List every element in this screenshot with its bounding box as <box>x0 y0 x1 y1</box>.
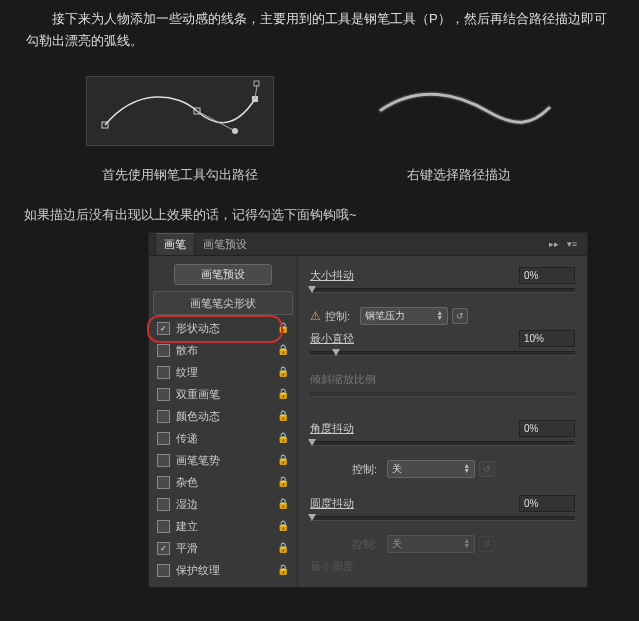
lock-icon[interactable]: 🔒 <box>277 322 289 334</box>
lock-icon[interactable]: 🔒 <box>277 366 289 378</box>
brush-option-row[interactable]: 双重画笔🔒 <box>153 383 293 405</box>
reset-icon-2: ↺ <box>479 461 495 477</box>
checkbox[interactable] <box>157 542 170 555</box>
lock-icon[interactable]: 🔒 <box>277 476 289 488</box>
control-label-1: 控制: <box>325 309 350 324</box>
option-label: 纹理 <box>176 365 277 380</box>
tilt-scale-label: 倾斜缩放比例 <box>310 372 408 387</box>
lock-icon[interactable]: 🔒 <box>277 344 289 356</box>
angle-jitter-slider[interactable] <box>310 441 575 446</box>
checkbox[interactable] <box>157 366 170 379</box>
roundness-jitter-label: 圆度抖动 <box>310 496 408 511</box>
checkbox[interactable] <box>157 476 170 489</box>
option-label: 建立 <box>176 519 277 534</box>
option-label: 颜色动态 <box>176 409 277 424</box>
min-roundness-row: 最小圆度 <box>310 557 575 575</box>
min-diameter-row: 最小直径 10% <box>310 329 575 347</box>
option-label: 杂色 <box>176 475 277 490</box>
checkbox[interactable] <box>157 498 170 511</box>
control-dropdown-2[interactable]: 关▲▼ <box>387 460 475 478</box>
brush-option-row[interactable]: 平滑🔒 <box>153 537 293 559</box>
lock-icon[interactable]: 🔒 <box>277 454 289 466</box>
option-label: 画笔笔势 <box>176 453 277 468</box>
angle-jitter-row: 角度抖动 0% <box>310 419 575 437</box>
example-left-caption: 首先使用钢笔工具勾出路径 <box>70 166 290 184</box>
roundness-jitter-slider[interactable] <box>310 516 575 521</box>
option-label: 形状动态 <box>176 321 277 336</box>
control-pen-pressure-row: ⚠ 控制: 钢笔压力▲▼ ↺ <box>310 307 575 325</box>
lock-icon[interactable]: 🔒 <box>277 520 289 532</box>
brush-preset-button[interactable]: 画笔预设 <box>174 264 272 285</box>
checkbox[interactable] <box>157 344 170 357</box>
lock-icon[interactable]: 🔒 <box>277 542 289 554</box>
examples-row: 首先使用钢笔工具勾出路径 右键选择路径描边 <box>0 60 639 188</box>
brush-option-row[interactable]: 纹理🔒 <box>153 361 293 383</box>
lock-icon[interactable]: 🔒 <box>277 388 289 400</box>
roundness-jitter-value[interactable]: 0% <box>519 495 575 512</box>
brush-options-list: 画笔预设 画笔笔尖形状 形状动态🔒散布🔒纹理🔒双重画笔🔒颜色动态🔒传递🔒画笔笔势… <box>149 256 298 587</box>
size-jitter-label: 大小抖动 <box>310 268 408 283</box>
brush-option-row[interactable]: 散布🔒 <box>153 339 293 361</box>
svg-point-4 <box>232 128 238 134</box>
brush-tip-shape-button[interactable]: 画笔笔尖形状 <box>153 291 293 315</box>
brush-option-row[interactable]: 建立🔒 <box>153 515 293 537</box>
brush-option-row[interactable]: 杂色🔒 <box>153 471 293 493</box>
angle-jitter-label: 角度抖动 <box>310 421 408 436</box>
control-label-2: 控制: <box>352 462 377 477</box>
example-pen-path: 首先使用钢笔工具勾出路径 <box>70 66 290 184</box>
checkbox[interactable] <box>157 432 170 445</box>
brush-dynamics-settings: 大小抖动 0% ⚠ 控制: 钢笔压力▲▼ ↺ 最小直径 10% <box>298 256 587 587</box>
pen-path-illustration <box>70 66 290 156</box>
panel-menu-icon[interactable]: ▾≡ <box>563 237 581 251</box>
reset-icon-3: ↺ <box>479 536 495 552</box>
lock-icon[interactable]: 🔒 <box>277 498 289 510</box>
size-jitter-value[interactable]: 0% <box>519 267 575 284</box>
intro-paragraph: 接下来为人物添加一些动感的线条，主要用到的工具是钢笔工具（P），然后再结合路径描… <box>0 0 639 60</box>
control-dropdown-1[interactable]: 钢笔压力▲▼ <box>360 307 448 325</box>
lock-icon[interactable]: 🔒 <box>277 410 289 422</box>
checkbox[interactable] <box>157 410 170 423</box>
option-label: 双重画笔 <box>176 387 277 402</box>
min-diameter-label: 最小直径 <box>310 331 408 346</box>
size-jitter-row: 大小抖动 0% <box>310 266 575 284</box>
panel-header: 画笔 画笔预设 ▸▸ ▾≡ <box>149 233 587 256</box>
roundness-jitter-row: 圆度抖动 0% <box>310 494 575 512</box>
control-3-row: 控制: 关▲▼ ↺ <box>310 535 575 553</box>
warning-icon: ⚠ <box>310 309 321 323</box>
min-diameter-slider[interactable] <box>310 351 575 356</box>
size-jitter-slider[interactable] <box>310 288 575 293</box>
collapse-icon[interactable]: ▸▸ <box>545 237 563 251</box>
option-label: 湿边 <box>176 497 277 512</box>
angle-jitter-value[interactable]: 0% <box>519 420 575 437</box>
brush-option-row[interactable]: 画笔笔势🔒 <box>153 449 293 471</box>
lock-icon[interactable]: 🔒 <box>277 564 289 576</box>
control-label-3: 控制: <box>352 537 377 552</box>
tab-brush-presets[interactable]: 画笔预设 <box>195 234 255 255</box>
option-label: 传递 <box>176 431 277 446</box>
example-stroke-result: 右键选择路径描边 <box>349 66 569 184</box>
brush-option-row[interactable]: 传递🔒 <box>153 427 293 449</box>
brush-panel: 画笔 画笔预设 ▸▸ ▾≡ 画笔预设 画笔笔尖形状 形状动态🔒散布🔒纹理🔒双重画… <box>148 232 588 588</box>
example-right-caption: 右键选择路径描边 <box>349 166 569 184</box>
option-label: 平滑 <box>176 541 277 556</box>
brush-option-row[interactable]: 形状动态🔒 <box>153 317 293 339</box>
lock-icon[interactable]: 🔒 <box>277 432 289 444</box>
brush-option-row[interactable]: 保护纹理🔒 <box>153 559 293 581</box>
checkbox[interactable] <box>157 322 170 335</box>
brush-option-row[interactable]: 湿边🔒 <box>153 493 293 515</box>
option-label: 保护纹理 <box>176 563 277 578</box>
min-roundness-label: 最小圆度 <box>310 559 408 574</box>
stroke-curve-illustration <box>349 66 569 156</box>
checkbox[interactable] <box>157 520 170 533</box>
checkbox[interactable] <box>157 388 170 401</box>
min-diameter-value[interactable]: 10% <box>519 330 575 347</box>
tilt-scale-row: 倾斜缩放比例 <box>310 370 575 388</box>
reset-icon-1[interactable]: ↺ <box>452 308 468 324</box>
brush-option-row[interactable]: 颜色动态🔒 <box>153 405 293 427</box>
checkbox[interactable] <box>157 564 170 577</box>
checkbox[interactable] <box>157 454 170 467</box>
tab-brush[interactable]: 画笔 <box>155 233 195 255</box>
tilt-scale-slider <box>310 392 575 397</box>
control-2-row: 控制: 关▲▼ ↺ <box>310 460 575 478</box>
option-label: 散布 <box>176 343 277 358</box>
